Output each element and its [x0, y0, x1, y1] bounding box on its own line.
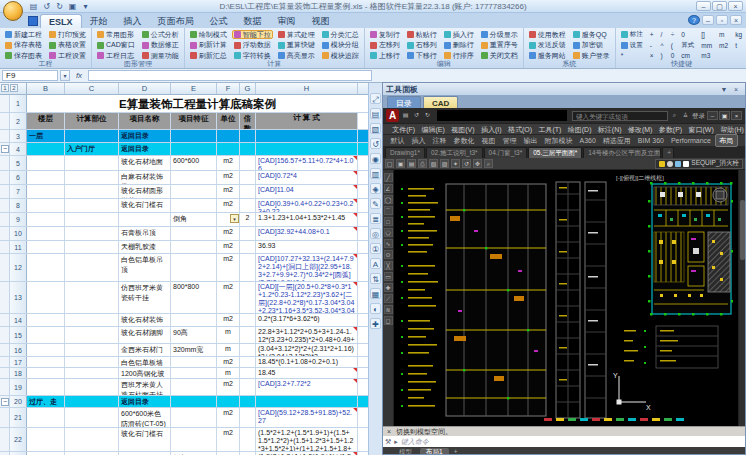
layer-color-swatch[interactable]	[683, 161, 689, 167]
cell-d[interactable]: 返回目录	[119, 396, 171, 407]
cad-copy-icon[interactable]: ▧	[429, 159, 438, 168]
cell-formula[interactable]	[256, 396, 358, 407]
cad-redo-icon[interactable]: ↻	[423, 111, 432, 120]
ribbon-button-使用教程[interactable]: 使用教程	[527, 30, 568, 39]
cell-d[interactable]: 1200高钢化玻璃栏板	[119, 368, 171, 378]
row-number[interactable]: 2	[10, 113, 27, 129]
row-number[interactable]: 18	[10, 368, 27, 378]
cell-e[interactable]	[171, 241, 217, 253]
cell-e[interactable]	[171, 254, 217, 281]
cad-ribbon-tab-注释[interactable]: 注释	[429, 135, 450, 146]
row-number[interactable]: 1	[10, 95, 27, 112]
text-icon[interactable]: A	[370, 258, 381, 269]
close-button[interactable]: ×	[728, 1, 743, 11]
ribbon-button-分级显示[interactable]: 分级显示	[479, 30, 520, 39]
cad-file-tab[interactable]: 05.三层平面图*	[528, 147, 582, 158]
cell-e[interactable]	[171, 314, 217, 326]
cad-ribbon-tab-视图[interactable]: 视图	[478, 135, 499, 146]
cell-c[interactable]	[65, 327, 119, 343]
cell-b[interactable]: 一层	[27, 130, 65, 142]
ribbon-button-t[interactable]: t	[733, 41, 744, 50]
cell-formula[interactable]	[256, 130, 358, 142]
cell-b[interactable]	[27, 408, 65, 427]
cell-multiplier[interactable]	[240, 314, 256, 326]
cell-multiplier[interactable]	[240, 344, 256, 356]
cell-c[interactable]	[65, 241, 119, 253]
layer-freeze-icon[interactable]	[667, 161, 673, 167]
cad-menu-修改(M)[interactable]: 修改(M)	[625, 124, 656, 134]
cad-new-tab-button[interactable]: +	[662, 147, 674, 158]
cell-e[interactable]	[171, 379, 217, 395]
layout-tab-模型[interactable]: 模型	[393, 448, 418, 455]
cell-b[interactable]	[27, 368, 65, 378]
draw-tool-icon-3[interactable]: ⌒	[384, 206, 393, 215]
draw-tool-icon-1[interactable]: ∠	[384, 184, 393, 193]
tab-视图[interactable]: 视图	[304, 14, 338, 28]
cell-c[interactable]	[65, 156, 119, 170]
cell-multiplier[interactable]: 2	[240, 213, 256, 226]
layer-on-icon[interactable]	[659, 161, 665, 167]
panel-close-icon[interactable]: ×	[730, 86, 742, 93]
ribbon-button-([interactable]: (	[669, 41, 677, 50]
select-icon[interactable]: ◈	[370, 183, 381, 194]
cell-e[interactable]	[171, 227, 217, 240]
draw-tool-icon-10[interactable]: ✚	[384, 283, 393, 292]
ribbon-button-浮动数据[interactable]: 浮动数据	[232, 41, 273, 50]
cell-formula[interactable]: 1.3+1.23+1.04+1.53*2+1.45	[256, 213, 358, 226]
cell-d[interactable]: 白麻石材装饰带	[119, 171, 171, 184]
cell-b[interactable]	[27, 327, 65, 343]
cell-c[interactable]	[65, 379, 119, 395]
list-icon[interactable]: ≣	[370, 213, 381, 224]
cell-multiplier[interactable]	[240, 408, 256, 427]
cell-multiplier[interactable]	[240, 396, 256, 407]
row-number[interactable]: 4	[10, 143, 27, 155]
cell-e[interactable]: 800*800	[171, 282, 217, 313]
cell-b[interactable]	[27, 241, 65, 253]
cell-c[interactable]	[65, 254, 119, 281]
cell-b[interactable]	[27, 213, 65, 226]
cell-formula[interactable]: [CAD]11.04	[256, 185, 358, 198]
cell-e[interactable]	[171, 185, 217, 198]
draw-tool-icon-13[interactable]: ◻	[384, 316, 393, 325]
tab-审阅[interactable]: 审阅	[270, 14, 304, 28]
cell-c[interactable]: 入户门厅	[65, 143, 119, 155]
ribbon-button-粘贴行[interactable]: 粘贴行	[405, 30, 439, 39]
cell-unit[interactable]: m2	[217, 227, 240, 240]
image-icon[interactable]: ▧	[370, 123, 381, 134]
cad-menu-工具(T)[interactable]: 工具(T)	[535, 124, 564, 134]
cell-multiplier[interactable]	[240, 428, 256, 451]
cad-ribbon-tab-精选应用[interactable]: 精选应用	[599, 135, 634, 146]
cad-new-icon[interactable]: ▢	[385, 159, 394, 168]
cad-ribbon-tab-管理[interactable]: 管理	[499, 135, 520, 146]
cad-file-tab[interactable]: 02.施工说明_t3*	[426, 147, 483, 158]
cell-unit[interactable]: m2	[217, 314, 240, 326]
workbook-close-button[interactable]: ×	[730, 15, 742, 25]
namebox-dropdown-icon[interactable]: ▾	[60, 70, 70, 81]
layout-new-tab-button[interactable]: +	[451, 448, 461, 455]
row-number[interactable]: 13	[10, 282, 27, 313]
draw-tool-icon-9[interactable]: ▭	[384, 272, 393, 281]
ribbon-button-左移列[interactable]: 左移列	[368, 41, 402, 50]
cell-c[interactable]	[65, 357, 119, 367]
cell-c[interactable]	[65, 171, 119, 184]
cell-unit[interactable]: m2	[217, 408, 240, 427]
cell-d[interactable]: 西班牙米黄人造石柱面干挂	[119, 379, 171, 395]
cell-d[interactable]: 仿西班牙米黄瓷砖干挂	[119, 282, 171, 313]
row-number[interactable]: 19	[10, 379, 27, 395]
row-number[interactable]: 15	[10, 327, 27, 343]
cell-e[interactable]	[171, 428, 217, 451]
cad-save-icon[interactable]: ▤	[407, 159, 416, 168]
cad-menu-绘图(D)[interactable]: 绘图(D)	[565, 124, 595, 134]
cad-ribbon-tab-附加模块[interactable]: 附加模块	[541, 135, 576, 146]
cell-c[interactable]	[65, 213, 119, 226]
row-number[interactable]: 17	[10, 357, 27, 367]
cell-unit[interactable]: m2	[217, 241, 240, 253]
ribbon-button-新建工程[interactable]: 新建工程	[3, 30, 44, 39]
ribbon-button-重置序号[interactable]: 重置序号	[479, 41, 520, 50]
cell-d[interactable]: 玻化石材圆形拼花	[119, 185, 171, 198]
cell-c[interactable]	[65, 344, 119, 356]
ribbon-button-数据修正[interactable]: 数据修正	[140, 41, 181, 50]
row-number[interactable]: 16	[10, 344, 27, 356]
cad-undo-icon[interactable]: ↺	[462, 159, 471, 168]
column-header-C[interactable]: C	[65, 83, 119, 94]
